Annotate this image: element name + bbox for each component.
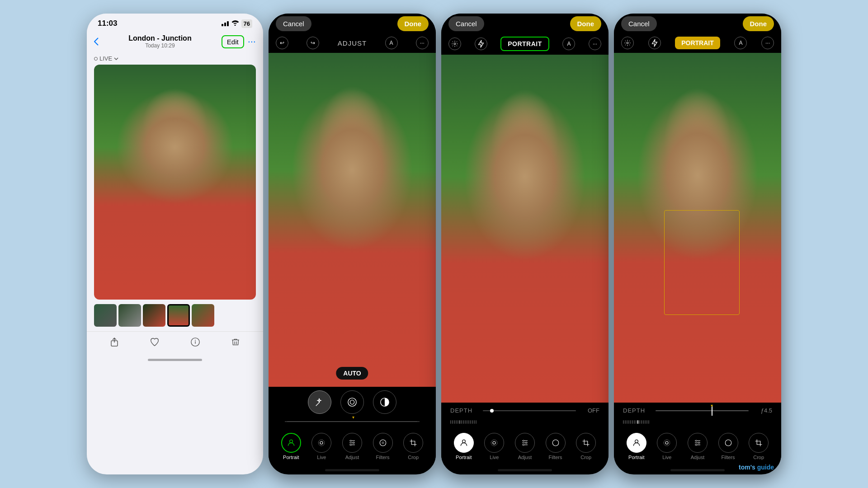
tick [463,420,464,424]
done-button-1[interactable]: Done [397,16,429,31]
adjust-tool-1[interactable]: Adjust [341,433,363,460]
trash-icon[interactable] [231,337,241,350]
done-button-3[interactable]: Done [743,16,774,31]
tick [458,420,458,424]
tick [470,420,471,424]
filters-icon-1[interactable] [373,433,393,453]
live-bar[interactable]: LIVE [87,52,263,65]
settings-icon-3[interactable] [621,37,634,49]
portrait-tool-3[interactable]: Portrait [625,433,648,460]
thumbnail-2[interactable] [118,304,141,327]
redo-icon[interactable]: ↪ [307,37,319,49]
tick [454,420,455,424]
auto-enhance-icon[interactable]: A [385,37,398,49]
thumbnail-5[interactable] [192,304,214,327]
adjust-icon-2[interactable] [515,433,535,453]
svg-point-26 [664,440,670,446]
slider-ticks-2 [441,418,609,427]
depth-slider-2[interactable] [483,410,576,411]
live-tool-2[interactable]: Live [483,433,505,460]
filters-label-3: Filters [722,455,735,460]
heart-icon[interactable] [150,337,160,350]
thumbnail-1[interactable] [94,304,117,327]
thumbnail-4[interactable] [167,304,190,327]
depth-slider-3[interactable]: ▾ [656,410,749,411]
nav-actions: Edit ··· [222,35,256,48]
action-bar [87,331,263,355]
portrait-badge-2[interactable]: PORTRAIT [500,37,549,51]
portrait-label-3: Portrait [628,455,644,460]
more-icon-3[interactable]: ··· [761,37,774,49]
adjust-icon-1[interactable] [342,433,362,453]
portrait-tool-2[interactable]: Portrait [453,433,475,460]
done-button-2[interactable]: Done [570,16,602,31]
settings-icon-2[interactable] [448,38,461,50]
adjust-tool-2[interactable]: Adjust [514,433,536,460]
svg-point-17 [493,441,495,444]
tone-btn[interactable] [373,390,396,414]
crop-icon-1[interactable] [403,433,423,453]
crop-tool-1[interactable]: Crop [402,433,425,460]
filters-tool-2[interactable]: Filters [544,433,567,460]
adjust-label-1: Adjust [345,455,359,460]
adjust-tools [269,387,436,418]
portrait-label-1: Portrait [283,455,299,460]
tick [465,420,466,424]
portrait-icon-3[interactable] [627,433,646,453]
cancel-button-1[interactable]: Cancel [276,16,311,31]
home-indicator-2 [269,465,436,474]
more-icon-2[interactable]: ··· [589,38,601,50]
live-icon-3[interactable] [657,433,677,453]
portrait-label-2: Portrait [456,455,472,460]
auto-icon-2[interactable]: A [562,38,575,50]
magic-wand-btn[interactable] [308,390,331,414]
svg-point-23 [627,42,628,44]
flash-icon-3[interactable] [648,37,661,49]
filters-tool-1[interactable]: Filters [372,433,394,460]
crop-tool-3[interactable]: Crop [747,433,770,460]
svg-point-15 [454,43,456,45]
crop-icon-3[interactable] [749,433,769,453]
edit-panel-1: Cancel Done ↩ ↪ ADJUST A ··· AUTO [269,14,436,474]
adjust-tool-3[interactable]: Adjust [686,433,709,460]
tick [456,420,457,424]
live-tool-1[interactable]: Live [310,433,333,460]
more-button[interactable]: ··· [248,36,256,47]
svg-point-7 [289,440,292,443]
crop-icon-2[interactable] [576,433,596,453]
cancel-button-3[interactable]: Cancel [621,16,657,31]
edit-nav-3: Cancel Done [614,14,781,35]
portrait-tool-1[interactable]: Portrait [280,433,302,460]
tick [472,420,473,424]
tick [476,420,476,424]
share-icon[interactable] [109,337,119,350]
thumbnail-3[interactable] [143,304,165,327]
histogram-btn[interactable] [340,390,364,414]
portrait-icon-2[interactable] [454,433,474,453]
back-button[interactable] [94,38,99,46]
crop-tool-2[interactable]: Crop [575,433,597,460]
live-icon-2[interactable] [484,433,504,453]
edit-panel-3: Cancel Done PORTRAIT A ··· DEPTH ▾ [614,14,781,474]
live-tool-3[interactable]: Live [656,433,678,460]
flash-icon-2[interactable] [475,38,487,50]
info-icon[interactable] [190,337,200,350]
edit-button[interactable]: Edit [222,35,244,48]
home-bar [148,359,202,361]
portrait-badge-3[interactable]: PORTRAIT [675,37,720,49]
main-photo [94,65,256,300]
cancel-button-2[interactable]: Cancel [448,16,484,31]
svg-point-12 [350,444,351,446]
filters-icon-3[interactable] [718,433,738,453]
more-options-icon[interactable]: ··· [416,37,429,49]
portrait-icon-1[interactable] [281,433,301,453]
wifi-icon [231,20,239,27]
adjust-icon-3[interactable] [688,433,708,453]
tick [461,420,462,424]
svg-point-16 [462,440,465,443]
auto-icon-3[interactable]: A [734,37,747,49]
live-icon-1[interactable] [311,433,331,453]
undo-icon[interactable]: ↩ [276,37,288,49]
filters-icon-2[interactable] [546,433,566,453]
filters-tool-3[interactable]: Filters [717,433,740,460]
